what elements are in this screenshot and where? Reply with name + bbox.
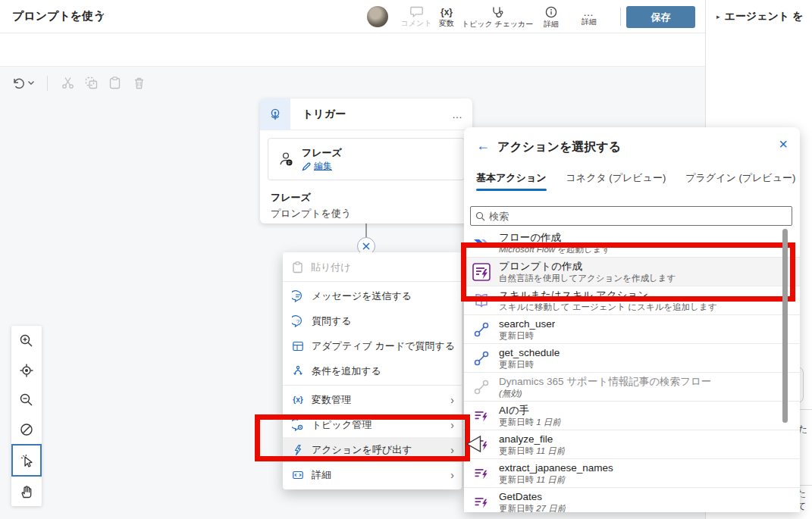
pan-mode-button[interactable] <box>11 477 42 506</box>
menu-item-add-condition[interactable]: 条件を追加する <box>283 358 462 383</box>
close-icon[interactable]: × <box>779 136 788 152</box>
trigger-node[interactable]: トリガー … F フレーズ 編集 フレーズ プロンプトを使う <box>260 98 472 224</box>
topic-icon <box>292 419 304 431</box>
menu-item-variable-management[interactable]: {x} 変数管理 › <box>283 387 462 412</box>
details-info-button[interactable]: 詳細 <box>532 3 570 32</box>
action-item-extract-japanese-names[interactable]: extract_japanese_names 更新日時 11 日前 <box>464 459 800 488</box>
info-icon <box>545 6 557 18</box>
action-panel-header: ← アクションを選択する × <box>464 127 800 167</box>
variables-icon: {x} <box>440 7 453 17</box>
copy-icon[interactable] <box>85 77 98 89</box>
paste-toolbar-icon[interactable] <box>109 77 121 89</box>
action-item-create-prompt[interactable]: プロンプトの作成 自然言語を使用してアクションを作成します <box>464 258 800 286</box>
more-icon: … <box>583 8 595 16</box>
trigger-node-header: トリガー … <box>260 98 472 130</box>
tab-connectors[interactable]: コネクタ (プレビュー) <box>566 171 666 191</box>
svg-text:?: ? <box>296 317 300 324</box>
menu-item-send-message[interactable]: メッセージを送信する <box>283 283 462 308</box>
call-action-icon <box>292 444 304 456</box>
flow-icon <box>472 233 491 253</box>
prompt-icon <box>472 262 491 282</box>
menu-item-paste[interactable]: 貼り付け <box>283 255 462 280</box>
toolbar-divider <box>620 8 621 26</box>
edit-phrases-link[interactable]: 編集 <box>314 160 332 173</box>
test-pane-header[interactable]: ▸ エージェント を <box>716 10 803 23</box>
submenu-chevron-icon: › <box>450 419 454 431</box>
save-button[interactable]: 保存 <box>626 6 695 28</box>
action-item-skill[interactable]: スキルまたはスキル アクション スキルに移動して エージェント にスキルを追加し… <box>464 286 800 315</box>
variable-icon: {x} <box>292 396 304 404</box>
disable-pan-icon <box>19 422 34 437</box>
zoom-out-button[interactable] <box>11 385 42 414</box>
zoom-in-button[interactable] <box>11 326 42 355</box>
message-icon <box>292 290 304 302</box>
connector-line <box>365 224 367 238</box>
chevron-down-icon[interactable] <box>96 12 105 18</box>
edit-pencil-icon <box>302 162 311 171</box>
avatar[interactable] <box>367 6 388 27</box>
prompt-icon <box>472 492 491 512</box>
trigger-more-icon[interactable]: … <box>452 108 463 120</box>
submenu-chevron-icon: › <box>450 394 454 406</box>
action-item-create-flow[interactable]: フローの作成 Microsoft Flow を起動します <box>464 229 800 258</box>
action-item-getdates[interactable]: GetDates 更新日時 27 日前 <box>464 488 800 512</box>
action-item-dynamics-flow[interactable]: Dynamics 365 サポート情報記事の検索フロー (無効) <box>464 373 800 402</box>
action-item-get-schedule[interactable]: get_schedule 更新日時 <box>464 344 800 373</box>
undo-chevron-icon[interactable] <box>27 80 35 86</box>
tab-basic-actions[interactable]: 基本アクション <box>476 171 547 191</box>
delete-icon[interactable] <box>133 77 145 89</box>
select-mode-button[interactable] <box>11 444 42 477</box>
action-item-search-user[interactable]: search_user 更新日時 <box>464 315 800 344</box>
menu-item-topic-management[interactable]: トピック管理 › <box>283 412 462 437</box>
menu-item-call-action[interactable]: アクションを呼び出す › <box>283 437 462 462</box>
cut-icon[interactable] <box>61 77 74 89</box>
topic-checker-button[interactable]: トピック チェッカー <box>462 3 532 32</box>
pan-hand-icon <box>19 484 34 499</box>
topic-title[interactable]: プロンプトを使う <box>12 9 105 23</box>
connector-flow-icon <box>472 320 491 339</box>
topic-checker-label: トピック チェッカー <box>462 19 534 30</box>
center-canvas-icon <box>19 363 34 378</box>
tab-plugins[interactable]: プラグイン (プレビュー) <box>685 171 795 191</box>
menu-divider <box>283 281 462 282</box>
submenu-chevron-icon: › <box>450 469 454 481</box>
paste-icon <box>292 261 303 274</box>
action-item-analyze-file[interactable]: analyze_file 更新日時 11 日前 <box>464 430 800 459</box>
zoom-out-icon <box>19 392 34 408</box>
skill-icon <box>472 291 491 311</box>
action-panel-title: アクションを選択する <box>497 139 621 155</box>
edit-toolbar <box>0 33 705 67</box>
disable-pan-button[interactable] <box>11 414 42 444</box>
action-panel-tabs: 基本アクション コネクタ (プレビュー) プラグイン (プレビュー) <box>476 171 795 191</box>
action-item-ai-hand[interactable]: AIの手 更新日時 1 日前 <box>464 402 800 430</box>
condition-icon <box>292 365 304 377</box>
submenu-chevron-icon: › <box>450 444 454 456</box>
search-box <box>470 206 792 226</box>
trigger-node-title: トリガー <box>303 108 452 121</box>
action-list: フローの作成 Microsoft Flow を起動します プロンプトの作成 自然… <box>464 229 800 512</box>
person-icon: F <box>277 151 294 167</box>
phrase-value: プロンプトを使う <box>271 207 351 220</box>
close-x-icon <box>362 242 370 250</box>
menu-divider <box>283 385 462 386</box>
menu-item-ask-question[interactable]: ? 質問する <box>283 308 462 333</box>
connector-flow-icon <box>472 349 491 368</box>
trigger-icon <box>268 108 282 121</box>
search-icon <box>475 211 485 221</box>
center-canvas-button[interactable] <box>11 355 42 385</box>
adaptive-card-icon <box>292 340 304 352</box>
variables-label: 変数 <box>439 18 454 29</box>
search-input[interactable] <box>489 211 787 222</box>
back-arrow-icon[interactable]: ← <box>476 138 490 154</box>
panel-scrollbar[interactable] <box>782 229 788 423</box>
menu-item-advanced[interactable]: 詳細 › <box>283 462 462 487</box>
menu-item-adaptive-card[interactable]: アダプティブ カードで質問する <box>283 333 462 358</box>
phrase-section-label: フレーズ <box>271 191 351 205</box>
comment-icon <box>410 6 423 17</box>
node-context-menu: 貼り付け メッセージを送信する ? 質問する アダプティブ カードで質問する <box>283 252 462 489</box>
phrases-card[interactable]: F フレーズ 編集 <box>268 138 465 180</box>
undo-icon[interactable] <box>11 77 25 89</box>
details-more-button[interactable]: … 詳細 <box>570 3 608 32</box>
trigger-iconbox <box>260 98 290 130</box>
action-selection-panel: ← アクションを選択する × 基本アクション コネクタ (プレビュー) プラグイ… <box>464 127 800 512</box>
